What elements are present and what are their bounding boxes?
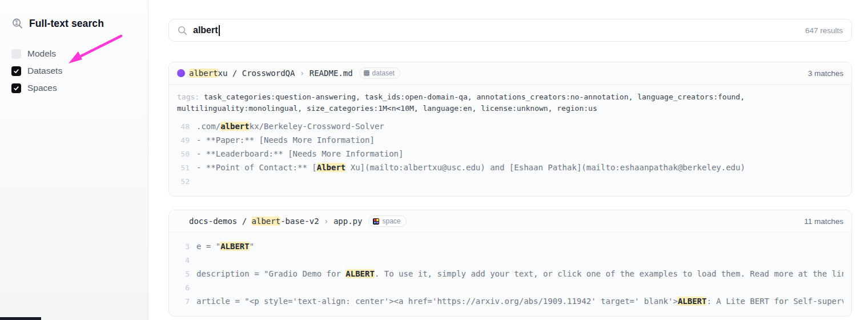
- page-title: Full-text search: [29, 18, 104, 30]
- text-segment: article = "<p style='text-align: center'…: [196, 297, 678, 306]
- text-segment: .com/: [196, 122, 220, 131]
- code-snippet: 48.com/albertkx/Berkeley-Crossword-Solve…: [177, 119, 843, 188]
- code-line: 5description = "Gradio Demo for ALBERT. …: [177, 267, 843, 281]
- text-cursor: [219, 25, 220, 36]
- code-line: 7article = "<p style='text-align: center…: [177, 294, 843, 308]
- search-icon: [178, 26, 187, 35]
- checkbox-datasets-checked[interactable]: [11, 66, 21, 76]
- text-segment: kx/Berkeley-Crossword-Solver: [250, 122, 384, 131]
- text-segment: description = "Gradio Demo for: [196, 269, 345, 278]
- search-bar[interactable]: albert 647 results: [168, 19, 852, 42]
- text-segment: app.py: [333, 217, 363, 226]
- code-line: 48.com/albertkx/Berkeley-Crossword-Solve…: [177, 119, 843, 133]
- line-number: 5: [177, 270, 190, 278]
- line-content: - **Leaderboard:** [Needs More Informati…: [196, 149, 843, 158]
- filter-datasets-label: Datasets: [27, 66, 62, 76]
- text-segment: . To use it, simply add your text, or cl…: [375, 269, 843, 278]
- result-card-header[interactable]: docs-demos / albert-base-v2 › app.py spa…: [169, 210, 851, 233]
- highlighted-match: Albert: [317, 163, 346, 172]
- checkbox-models-unchecked[interactable]: [11, 49, 21, 59]
- badge-label: dataset: [372, 69, 395, 77]
- result-card-albert-base-v2: docs-demos / albert-base-v2 › app.py spa…: [168, 210, 852, 317]
- line-content: - **Paper:** [Needs More Information]: [196, 135, 843, 145]
- results-count: 647 results: [805, 26, 843, 35]
- line-number: 4: [177, 256, 190, 265]
- code-line: 4: [177, 253, 843, 267]
- filter-models[interactable]: Models: [11, 49, 56, 59]
- text-segment: xu / CrosswordQA: [218, 69, 295, 78]
- code-line: 49- **Paper:** [Needs More Information]: [177, 133, 843, 147]
- dataset-icon: [364, 70, 369, 76]
- line-number: 7: [177, 297, 190, 306]
- text-segment: - **Point of Contact:** [: [196, 163, 317, 172]
- full-text-search-icon: [11, 18, 23, 30]
- text-segment: docs-demos /: [189, 217, 252, 226]
- highlighted-match: albert: [252, 217, 281, 226]
- snippet-body: tags: task_categories:question-answering…: [169, 85, 851, 196]
- line-content: e = "ALBERT": [196, 242, 843, 251]
- text-segment: : A Lite BERT for Self-supervise: [706, 297, 843, 306]
- dataset-badge: dataset: [359, 67, 400, 79]
- line-content: description = "Gradio Demo for ALBERT. T…: [196, 269, 843, 278]
- line-content: .com/albertkx/Berkeley-Crossword-Solver: [196, 122, 843, 131]
- badge-label: space: [382, 217, 400, 225]
- line-number: 49: [177, 136, 190, 145]
- result-card-crosswordqa: albertxu / CrosswordQA › README.md datas…: [168, 62, 852, 197]
- text-segment: ›: [295, 69, 309, 78]
- repo-path[interactable]: albertxu / CrosswordQA › README.md: [189, 69, 353, 78]
- text-segment: - **Paper:** [Needs More Information]: [196, 135, 375, 145]
- tags-line: tags: task_categories:question-answering…: [177, 91, 843, 114]
- search-query-text: albert: [193, 25, 218, 35]
- text-segment: Xu](mailto:albertxu@usc.edu) and [Eshaan…: [345, 163, 745, 172]
- text-segment: e = ": [196, 242, 220, 251]
- search-results-main: albert 647 results albertxu / CrosswordQ…: [168, 0, 852, 317]
- filter-datasets[interactable]: Datasets: [11, 66, 62, 76]
- line-number: 52: [177, 177, 190, 186]
- code-snippet: 3e = "ALBERT"45description = "Gradio Dem…: [177, 239, 843, 308]
- tags-label: tags:: [177, 93, 199, 101]
- repo-path[interactable]: docs-demos / albert-base-v2 › app.py: [189, 217, 362, 226]
- avatar: [177, 69, 185, 77]
- line-number: 51: [177, 163, 190, 172]
- highlighted-match: ALBERT: [678, 297, 707, 306]
- highlighted-match: albert: [220, 122, 250, 131]
- filter-models-label: Models: [27, 49, 56, 59]
- code-line: 6: [177, 281, 843, 294]
- line-number: 3: [177, 242, 190, 251]
- match-count: 11 matches: [804, 217, 843, 226]
- space-badge: space: [368, 215, 406, 227]
- checkmark-icon: [13, 85, 19, 91]
- code-line: 52: [177, 174, 843, 188]
- highlighted-match: ALBERT: [345, 269, 375, 278]
- search-input[interactable]: albert: [193, 25, 220, 36]
- snippet-body: 3e = "ALBERT"45description = "Gradio Dem…: [169, 233, 851, 316]
- line-number: 6: [177, 283, 190, 292]
- text-segment: - **Leaderboard:** [Needs More Informati…: [196, 149, 403, 158]
- text-segment: README.md: [310, 69, 353, 78]
- highlighted-match: ALBERT: [220, 242, 250, 251]
- text-segment: ": [250, 242, 254, 251]
- code-line: 3e = "ALBERT": [177, 239, 843, 253]
- bottom-left-dark-strip: [0, 317, 41, 320]
- code-line: 50- **Leaderboard:** [Needs More Informa…: [177, 147, 843, 161]
- tags-value: task_categories:question-answering, task…: [177, 93, 745, 113]
- code-line: 51- **Point of Contact:** [Albert Xu](ma…: [177, 161, 843, 174]
- filter-spaces[interactable]: Spaces: [11, 83, 57, 93]
- highlighted-match: albert: [189, 69, 218, 78]
- text-segment: -base-v2: [280, 217, 319, 226]
- sidebar-header: Full-text search: [11, 18, 104, 30]
- line-number: 50: [177, 150, 190, 158]
- space-icon: [373, 218, 379, 225]
- checkbox-spaces-checked[interactable]: [11, 83, 21, 93]
- line-content: - **Point of Contact:** [Albert Xu](mail…: [196, 163, 843, 172]
- filter-spaces-label: Spaces: [27, 83, 57, 93]
- text-segment: ›: [319, 217, 333, 226]
- result-card-header[interactable]: albertxu / CrosswordQA › README.md datas…: [169, 62, 851, 85]
- match-count: 3 matches: [808, 69, 843, 78]
- checkmark-icon: [13, 68, 19, 74]
- filters-sidebar: Full-text search Models Datasets Spaces: [0, 0, 148, 320]
- line-content: article = "<p style='text-align: center'…: [196, 297, 843, 306]
- line-number: 48: [177, 122, 190, 131]
